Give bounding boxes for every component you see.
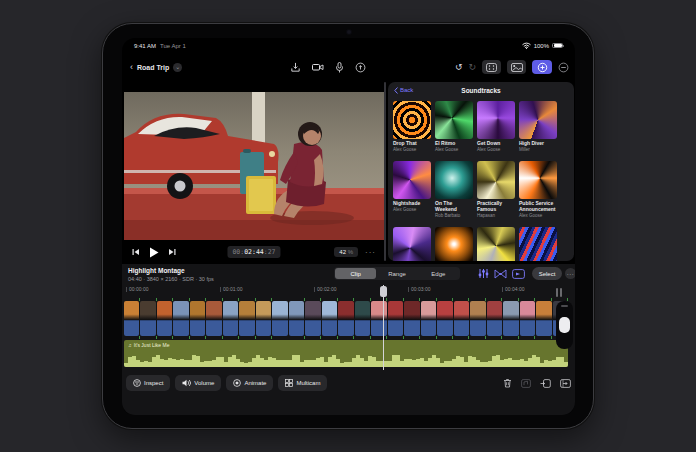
soundtrack-thumbnail[interactable] bbox=[393, 161, 431, 199]
soundtrack-item[interactable]: Switch It UpAlex Goose bbox=[477, 227, 515, 261]
skip-back-icon[interactable] bbox=[132, 248, 140, 256]
mode-range[interactable]: Range bbox=[376, 268, 417, 279]
soundtrack-item[interactable]: NightshadeAlex Goose bbox=[393, 161, 431, 218]
transitions-icon[interactable] bbox=[494, 269, 507, 279]
video-clip[interactable] bbox=[454, 301, 469, 336]
soundtrack-thumbnail[interactable] bbox=[477, 227, 515, 261]
playhead[interactable] bbox=[383, 285, 384, 370]
soundtrack-thumbnail[interactable] bbox=[435, 227, 473, 261]
video-clip[interactable] bbox=[371, 301, 386, 336]
camera-icon[interactable] bbox=[312, 62, 324, 72]
trash-icon[interactable] bbox=[503, 378, 512, 388]
viewer[interactable] bbox=[124, 92, 384, 240]
slider-knob[interactable] bbox=[559, 317, 570, 333]
video-clip[interactable] bbox=[157, 301, 172, 336]
voiceover-icon[interactable] bbox=[355, 62, 366, 73]
volume-button[interactable]: Volume bbox=[175, 375, 221, 391]
soundtrack-item[interactable]: PushValencia bbox=[393, 227, 431, 261]
video-clip[interactable] bbox=[124, 301, 139, 336]
video-clip[interactable] bbox=[388, 301, 403, 336]
video-clip[interactable] bbox=[272, 301, 287, 336]
soundtrack-item[interactable]: Public Service AnnouncementAlex Goose bbox=[519, 161, 557, 218]
panel-resize-handle[interactable] bbox=[384, 82, 386, 261]
soundtrack-thumbnail[interactable] bbox=[393, 227, 431, 261]
soundtrack-thumbnail[interactable] bbox=[435, 101, 473, 139]
overwrite-clip-icon[interactable] bbox=[560, 379, 571, 388]
clip-thumbnail bbox=[470, 301, 485, 320]
video-clip[interactable] bbox=[421, 301, 436, 336]
video-clip[interactable] bbox=[487, 301, 502, 336]
project-title[interactable]: Road Trip bbox=[137, 64, 169, 71]
soundtrack-thumbnail[interactable] bbox=[435, 161, 473, 199]
clip-body bbox=[470, 320, 485, 336]
video-clip[interactable] bbox=[503, 301, 518, 336]
clip-thumbnail bbox=[157, 301, 172, 320]
soundtrack-item[interactable]: Wow!Alex Goose bbox=[519, 227, 557, 261]
video-clip[interactable] bbox=[206, 301, 221, 336]
video-clip[interactable] bbox=[355, 301, 370, 336]
video-clip[interactable] bbox=[256, 301, 271, 336]
video-clip[interactable] bbox=[305, 301, 320, 336]
video-clip[interactable] bbox=[520, 301, 535, 336]
soundtrack-item[interactable]: Drop ThatAlex Goose bbox=[393, 101, 431, 152]
zoom-level[interactable]: 42 % bbox=[334, 247, 358, 257]
audio-levels-icon[interactable] bbox=[478, 268, 489, 279]
soundtrack-thumbnail[interactable] bbox=[519, 101, 557, 139]
back-icon[interactable]: ‹ bbox=[130, 63, 133, 72]
mic-icon[interactable] bbox=[335, 62, 344, 73]
skip-forward-icon[interactable] bbox=[168, 248, 176, 256]
video-clip[interactable] bbox=[239, 301, 254, 336]
undo-icon[interactable]: ↺ bbox=[455, 63, 463, 72]
video-clip[interactable] bbox=[140, 301, 155, 336]
video-clip[interactable] bbox=[404, 301, 419, 336]
timecode-display[interactable]: 00:02:44:27 bbox=[227, 246, 280, 258]
soundtrack-item[interactable]: Run It OutAlex Goose bbox=[435, 227, 473, 261]
soundtrack-item[interactable]: High DiverMiller bbox=[519, 101, 557, 152]
soundtrack-artist: Alex Goose bbox=[393, 207, 431, 212]
play-icon[interactable] bbox=[149, 247, 159, 258]
mode-clip[interactable]: Clip bbox=[335, 268, 376, 279]
multicam-button[interactable]: Multicam bbox=[278, 375, 327, 391]
select-button[interactable]: Select bbox=[532, 267, 562, 280]
clip-thumbnail bbox=[272, 301, 287, 320]
timeline-toolbar: Inspect Volume Animate Multicam bbox=[126, 374, 571, 392]
soundtrack-item[interactable]: Practically FamousHapasan bbox=[477, 161, 515, 218]
redo-icon[interactable]: ↻ bbox=[468, 63, 476, 72]
insert-clip-icon[interactable] bbox=[540, 379, 551, 388]
inspect-button[interactable]: Inspect bbox=[126, 375, 170, 391]
soundtrack-thumbnail[interactable] bbox=[477, 101, 515, 139]
soundtrack-thumbnail[interactable] bbox=[393, 101, 431, 139]
animate-button[interactable]: Animate bbox=[226, 375, 273, 391]
mode-edge[interactable]: Edge bbox=[418, 268, 459, 279]
soundtrack-thumbnail[interactable] bbox=[477, 161, 515, 199]
video-clip[interactable] bbox=[173, 301, 188, 336]
video-clip[interactable] bbox=[190, 301, 205, 336]
scroll-indicator[interactable] bbox=[556, 288, 562, 297]
video-clip[interactable] bbox=[223, 301, 238, 336]
project-menu-chevron-icon[interactable]: ⌄ bbox=[173, 63, 182, 72]
viewer-more-icon[interactable]: ··· bbox=[365, 248, 376, 257]
soundtrack-thumbnail[interactable] bbox=[519, 227, 557, 261]
video-clip[interactable] bbox=[536, 301, 551, 336]
clip-height-slider[interactable] bbox=[556, 301, 573, 349]
soundtrack-item[interactable]: On The WeekendRob Barbato bbox=[435, 161, 473, 218]
video-clip[interactable] bbox=[437, 301, 452, 336]
playhead-handle[interactable] bbox=[380, 286, 387, 297]
timeline-more-icon[interactable]: ··· bbox=[565, 268, 575, 279]
soundtrack-item[interactable]: Get DownAlex Goose bbox=[477, 101, 515, 152]
video-clip[interactable] bbox=[338, 301, 353, 336]
jog-wheel-icon[interactable] bbox=[482, 60, 501, 74]
audio-clip[interactable]: ♫It's Just Like Me bbox=[124, 340, 568, 367]
soundtrack-item[interactable]: El RitmoAlex Goose bbox=[435, 101, 473, 152]
minimize-panel-icon[interactable] bbox=[558, 62, 569, 73]
add-media-icon[interactable] bbox=[532, 60, 552, 74]
clip-thumbnail bbox=[206, 301, 221, 320]
video-clip[interactable] bbox=[470, 301, 485, 336]
detach-audio-icon[interactable] bbox=[521, 379, 531, 388]
media-browser-icon[interactable] bbox=[507, 60, 526, 74]
clip-camera-icon[interactable] bbox=[512, 269, 525, 279]
soundtrack-thumbnail[interactable] bbox=[519, 161, 557, 199]
video-clip[interactable] bbox=[289, 301, 304, 336]
import-icon[interactable] bbox=[290, 62, 301, 73]
video-clip[interactable] bbox=[322, 301, 337, 336]
